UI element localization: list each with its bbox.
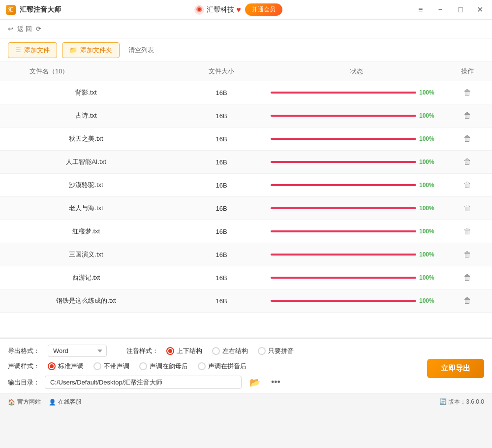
add-folder-icon: 📁 [69, 46, 77, 54]
table-row: 三国演义.txt 16B 100% 🗑 [0, 243, 492, 266]
delete-button[interactable]: 🗑 [463, 111, 471, 120]
progress-bar-bg [271, 115, 416, 117]
cell-size: 16B [172, 159, 271, 166]
clear-list-button[interactable]: 清空列表 [124, 43, 158, 58]
delete-button[interactable]: 🗑 [463, 158, 471, 166]
pinyin-style-topbottom-label: 上下结构 [177, 347, 202, 355]
header-name: 文件名（10） [0, 67, 172, 76]
table-row: 西游记.txt 16B 100% 🗑 [0, 266, 492, 289]
progress-bar-bg [271, 161, 416, 163]
progress-bar-fill [271, 230, 416, 232]
progress-bar-fill [271, 254, 416, 256]
table-row: 背影.txt 16B 100% 🗑 [0, 81, 492, 104]
cell-size: 16B [172, 251, 271, 258]
header-size: 文件大小 [172, 67, 271, 76]
output-folder-button[interactable]: 📂 [246, 376, 263, 389]
back-button[interactable]: ↩ [8, 25, 13, 32]
support-link[interactable]: 👤 在线客服 [49, 398, 82, 406]
cell-status: 100% [271, 135, 443, 142]
add-file-icon: ☰ [15, 46, 21, 54]
vip-button[interactable]: 开通会员 [245, 3, 282, 16]
progress-bar-bg [271, 184, 416, 186]
refresh-button[interactable]: ⟳ [36, 25, 41, 32]
tone-after-vowel[interactable]: 声调在韵母后 [139, 362, 188, 371]
cell-status: 100% [271, 89, 443, 96]
pinyin-style-leftright[interactable]: 左右结构 [212, 347, 248, 355]
tone-after-pinyin-label: 声调在拼音后 [208, 362, 246, 371]
footer-left: 🏠 官方网站 👤 在线客服 [8, 398, 82, 406]
delete-button[interactable]: 🗑 [463, 296, 471, 305]
cell-filename: 钢铁是这么练成的.txt [0, 296, 172, 305]
close-button[interactable]: ✕ [474, 4, 486, 15]
cell-action: 🗑 [443, 273, 492, 282]
window-controls: ≡ － □ ✕ [415, 3, 486, 16]
delete-button[interactable]: 🗑 [463, 273, 471, 282]
cell-filename: 三国演义.txt [0, 250, 172, 259]
delete-button[interactable]: 🗑 [463, 88, 471, 97]
progress-bar-fill [271, 300, 416, 302]
table-row: 沙漠骆驼.txt 16B 100% 🗑 [0, 174, 492, 197]
progress-text: 100% [419, 182, 438, 189]
pinyin-style-topbottom[interactable]: 上下结构 [166, 347, 202, 355]
brand-logo: 汇帮科技 ♥ [194, 4, 241, 15]
cell-filename: 人工智能AI.txt [0, 158, 172, 166]
tone-row: 声调样式： 标准声调 不带声调 声调在韵母后 声调在拼音后 立即导出 [8, 362, 484, 371]
nav-back-label[interactable]: 返 回 [17, 25, 32, 33]
navbar: ↩ 返 回 ⟳ [0, 20, 492, 38]
cell-size: 16B [172, 135, 271, 143]
file-list: 背影.txt 16B 100% 🗑 古诗.txt 16B 100% 🗑 [0, 81, 492, 337]
table-row: 人工智能AI.txt 16B 100% 🗑 [0, 151, 492, 174]
add-file-button[interactable]: ☰ 添加文件 [8, 42, 57, 58]
output-more-button[interactable]: ••• [268, 376, 283, 388]
progress-text: 100% [419, 297, 438, 304]
version-label: 版本：3.6.0.0 [448, 398, 484, 405]
delete-button[interactable]: 🗑 [463, 181, 471, 190]
table-row: 钢铁是这么练成的.txt 16B 100% 🗑 [0, 289, 492, 313]
config-area: 导出格式： Word PDF TXT 注音样式： 上下结构 左右结构 只要拼音 … [0, 338, 492, 393]
add-folder-button[interactable]: 📁 添加文件夹 [62, 42, 120, 58]
tone-none[interactable]: 不带声调 [93, 362, 129, 371]
progress-text: 100% [419, 135, 438, 142]
output-dir-label: 输出目录： [8, 378, 40, 387]
table-row: 红楼梦.txt 16B 100% 🗑 [0, 220, 492, 243]
delete-button[interactable]: 🗑 [463, 250, 471, 259]
titlebar-center: 汇帮科技 ♥ 开通会员 [194, 3, 282, 16]
progress-bar-fill [271, 115, 416, 117]
format-select[interactable]: Word PDF TXT [48, 345, 107, 357]
minimize-button[interactable]: － [433, 3, 447, 16]
tone-after-pinyin[interactable]: 声调在拼音后 [198, 362, 246, 371]
tone-standard[interactable]: 标准声调 [48, 362, 84, 371]
radio-tone-standard-circle [48, 362, 56, 370]
app-title: 汇帮注音大师 [20, 5, 61, 14]
pinyin-style-only[interactable]: 只要拼音 [258, 347, 294, 355]
maximize-button[interactable]: □ [455, 4, 466, 15]
radio-leftright-circle [212, 347, 220, 355]
table-header: 文件名（10） 文件大小 状态 操作 [0, 62, 492, 81]
cell-size: 16B [172, 274, 271, 282]
website-link[interactable]: 🏠 官方网站 [8, 398, 41, 406]
output-dir-input[interactable] [45, 376, 242, 389]
add-file-label: 添加文件 [24, 46, 50, 55]
delete-button[interactable]: 🗑 [463, 204, 471, 213]
progress-bar-fill [271, 184, 416, 186]
delete-button[interactable]: 🗑 [463, 227, 471, 236]
delete-button[interactable]: 🗑 [463, 134, 471, 143]
tone-style-group: 标准声调 不带声调 声调在韵母后 声调在拼音后 [48, 362, 246, 371]
cell-size: 16B [172, 205, 271, 212]
cell-action: 🗑 [443, 88, 492, 97]
website-icon: 🏠 [8, 399, 15, 406]
cell-action: 🗑 [443, 227, 492, 236]
radio-tone-none-circle [93, 362, 101, 370]
menu-button[interactable]: ≡ [415, 4, 426, 15]
progress-text: 100% [419, 228, 438, 235]
brand-icon [194, 4, 205, 15]
cell-action: 🗑 [443, 204, 492, 213]
export-format-label: 导出格式： [8, 347, 40, 355]
progress-bar-fill [271, 138, 416, 140]
progress-text: 100% [419, 274, 438, 281]
cell-action: 🗑 [443, 134, 492, 143]
radio-tone-afterpinyin-circle [198, 362, 206, 370]
export-button[interactable]: 立即导出 [427, 359, 484, 378]
support-icon: 👤 [49, 399, 56, 406]
progress-bar-bg [271, 138, 416, 140]
